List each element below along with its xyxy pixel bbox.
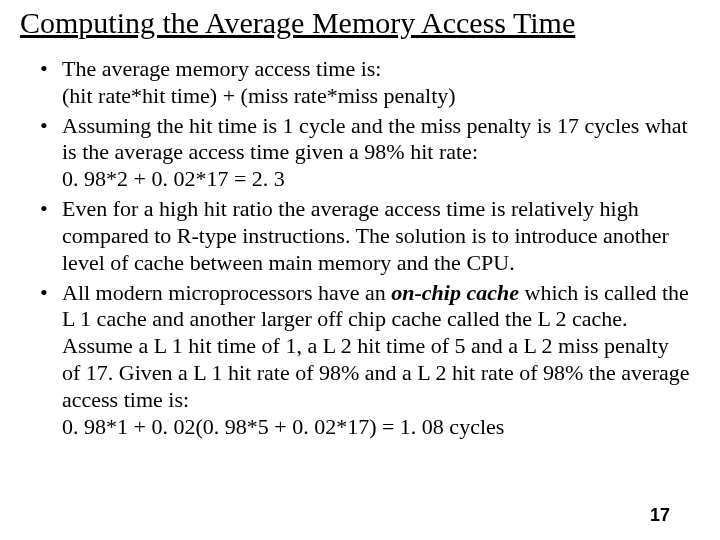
bullet-text: Assuming the hit time is 1 cycle and the… (62, 113, 692, 167)
slide: Computing the Average Memory Access Time… (0, 0, 720, 540)
bullet-item: Assuming the hit time is 1 cycle and the… (40, 113, 692, 193)
bullet-text-emphasis: on-chip cache (391, 280, 519, 305)
bullet-item: The average memory access time is: (hit … (40, 56, 692, 110)
bullet-text: All modern microprocessors have an on-ch… (62, 280, 692, 414)
slide-title: Computing the Average Memory Access Time (20, 6, 700, 40)
bullet-text: Even for a high hit ratio the average ac… (62, 196, 692, 276)
bullet-text: The average memory access time is: (62, 56, 692, 83)
bullet-text: (hit rate*hit time) + (miss rate*miss pe… (62, 83, 692, 110)
bullet-item: All modern microprocessors have an on-ch… (40, 280, 692, 441)
bullet-list: The average memory access time is: (hit … (20, 56, 700, 441)
bullet-text-prefix: All modern microprocessors have an (62, 280, 391, 305)
bullet-text: 0. 98*2 + 0. 02*17 = 2. 3 (62, 166, 692, 193)
bullet-text: 0. 98*1 + 0. 02(0. 98*5 + 0. 02*17) = 1.… (62, 414, 692, 441)
page-number: 17 (650, 505, 670, 526)
bullet-item: Even for a high hit ratio the average ac… (40, 196, 692, 276)
